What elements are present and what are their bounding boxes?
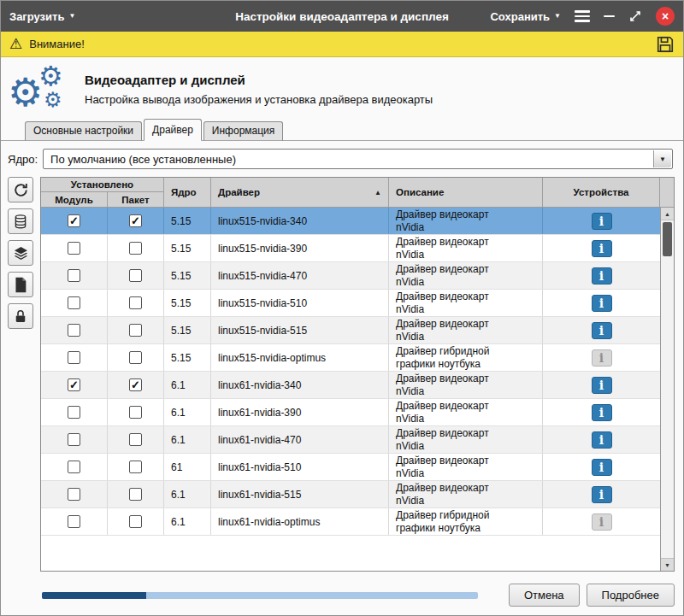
warning-bar: ⚠ Внимание! (1, 32, 683, 57)
minimize-button[interactable] (604, 15, 615, 18)
table-row[interactable]: 5.15linux515-nvidia-390Драйвер видеокарт… (41, 235, 660, 262)
save-file-icon[interactable] (656, 35, 675, 54)
table-row[interactable]: 6.1linux61-nvidia-optimusДрайвер гибридн… (41, 508, 660, 536)
table-row[interactable]: 6.1linux61-nvidia-390Драйвер видеокарт n… (41, 399, 660, 426)
device-info-button[interactable]: i (592, 459, 612, 476)
vertical-scrollbar[interactable]: ▲ ▼ (660, 208, 674, 571)
driver-cell: linux515-nvidia-470 (211, 262, 389, 289)
driver-cell: linux515-nvidia-515 (211, 317, 389, 343)
device-info-button[interactable]: i (592, 377, 612, 394)
module-checkbox[interactable] (68, 433, 80, 446)
package-checkbox-cell (108, 235, 164, 261)
kernel-cell: 6.1 (164, 481, 211, 507)
column-header-kernel[interactable]: Ядро (164, 178, 211, 207)
package-checkbox[interactable] (129, 324, 142, 337)
module-checkbox[interactable] (68, 406, 80, 419)
cancel-button[interactable]: Отмена (509, 584, 580, 607)
device-info-button[interactable]: i (592, 213, 612, 230)
package-checkbox-cell (108, 317, 164, 343)
driver-cell: linux61-nvidia-510 (211, 454, 389, 480)
package-checkbox[interactable] (129, 269, 142, 282)
device-info-button[interactable]: i (592, 404, 612, 421)
package-checkbox[interactable] (129, 461, 142, 473)
package-checkbox[interactable]: ✓ (129, 214, 142, 227)
dropdown-arrow-icon[interactable]: ▼ (653, 150, 671, 167)
table-row[interactable]: 5.15linux515-nvidia-optimusДрайвер гибри… (41, 344, 660, 372)
module-checkbox[interactable] (68, 242, 80, 255)
log-file-button[interactable] (8, 272, 33, 297)
column-header-package[interactable]: Пакет (108, 192, 164, 207)
module-checkbox[interactable] (68, 515, 80, 528)
module-checkbox[interactable]: ✓ (68, 378, 80, 391)
device-info-button[interactable]: i (592, 267, 612, 285)
module-checkbox[interactable] (68, 488, 80, 501)
scrollbar-track[interactable] (661, 220, 674, 558)
tab-information[interactable]: Информация (203, 121, 283, 141)
package-checkbox[interactable] (129, 406, 142, 419)
scroll-up-button[interactable]: ▲ (661, 208, 674, 220)
package-checkbox-cell (108, 399, 164, 425)
module-checkbox[interactable] (68, 461, 80, 473)
table-row[interactable]: ✓✓6.1linux61-nvidia-340Драйвер видеокарт… (41, 372, 660, 399)
package-checkbox[interactable] (129, 296, 142, 309)
module-checkbox[interactable] (68, 269, 80, 282)
table-row[interactable]: 6.1linux61-nvidia-515Драйвер видеокарт n… (41, 481, 660, 508)
packages-button[interactable] (8, 240, 33, 266)
table-row[interactable]: 5.15linux515-nvidia-510Драйвер видеокарт… (41, 290, 660, 317)
device-info-button[interactable]: i (592, 322, 612, 339)
driver-cell: linux61-nvidia-515 (211, 481, 389, 507)
module-checkbox[interactable] (68, 324, 80, 337)
kernel-select[interactable]: По умолчанию (все установленные) ▼ (43, 149, 673, 169)
package-checkbox[interactable] (129, 515, 142, 528)
device-info-button[interactable]: i (592, 513, 612, 531)
side-toolbar (8, 177, 33, 329)
device-info-button[interactable]: i (592, 240, 612, 257)
maximize-button[interactable] (628, 9, 642, 23)
column-header-description[interactable]: Описание (389, 178, 543, 207)
package-checkbox[interactable] (129, 351, 142, 364)
kernel-cell: 6.1 (164, 426, 211, 453)
load-button[interactable]: Загрузить ▼ (9, 10, 75, 23)
column-header-driver[interactable]: Драйвер ▲ (211, 178, 389, 207)
titlebar: Загрузить ▼ Настройки видеоадаптера и ди… (1, 1, 683, 32)
details-button[interactable]: Подробнее (587, 584, 675, 607)
tab-basic-settings[interactable]: Основные настройки (25, 121, 142, 141)
close-button[interactable]: × (656, 7, 675, 26)
package-checkbox-cell (108, 262, 164, 289)
scroll-down-button[interactable]: ▼ (661, 558, 674, 571)
table-row[interactable]: 5.15linux515-nvidia-470Драйвер видеокарт… (41, 262, 660, 290)
column-header-devices[interactable]: Устройства (543, 178, 660, 207)
driver-cell: linux515-nvidia-optimus (211, 344, 389, 371)
scrollbar-thumb[interactable] (663, 222, 672, 256)
table-row[interactable]: ✓✓5.15linux515-nvidia-340Драйвер видеока… (41, 208, 660, 235)
table-row[interactable]: 6.1linux61-nvidia-470Драйвер видеокарт n… (41, 426, 660, 454)
save-button[interactable]: Сохранить ▼ (490, 10, 561, 23)
lock-button[interactable] (8, 303, 33, 329)
table-row[interactable]: 61linux61-nvidia-510Драйвер видеокарт nV… (41, 454, 660, 481)
tab-driver[interactable]: Драйвер (144, 119, 202, 141)
warning-text: Внимание! (29, 38, 85, 50)
main-area: Установлено Модуль Пакет Ядро Драйвер ▲ … (1, 177, 683, 572)
device-info-button[interactable]: i (592, 295, 612, 312)
database-button[interactable] (8, 208, 33, 234)
device-info-button[interactable]: i (592, 486, 612, 503)
module-checkbox[interactable] (68, 351, 80, 364)
column-header-module[interactable]: Модуль (41, 192, 108, 207)
package-checkbox[interactable] (129, 488, 142, 501)
refresh-button[interactable] (8, 177, 33, 202)
table-row[interactable]: 5.15linux515-nvidia-515Драйвер видеокарт… (41, 317, 660, 344)
module-checkbox[interactable]: ✓ (68, 214, 80, 227)
description-cell: Драйвер видеокарт nVidia (389, 481, 543, 507)
devices-cell: i (543, 317, 660, 343)
device-info-button[interactable]: i (592, 431, 612, 449)
expand-icon (628, 9, 642, 23)
devices-cell: i (543, 262, 660, 289)
package-checkbox[interactable] (129, 242, 142, 255)
description-cell: Драйвер гибридной графики ноутбука (389, 508, 543, 535)
module-checkbox[interactable] (68, 296, 80, 309)
device-info-button[interactable]: i (592, 349, 612, 367)
package-checkbox[interactable] (129, 433, 142, 446)
package-checkbox[interactable]: ✓ (129, 378, 142, 391)
menu-icon[interactable] (575, 10, 590, 22)
column-header-installed[interactable]: Установлено (41, 178, 164, 192)
